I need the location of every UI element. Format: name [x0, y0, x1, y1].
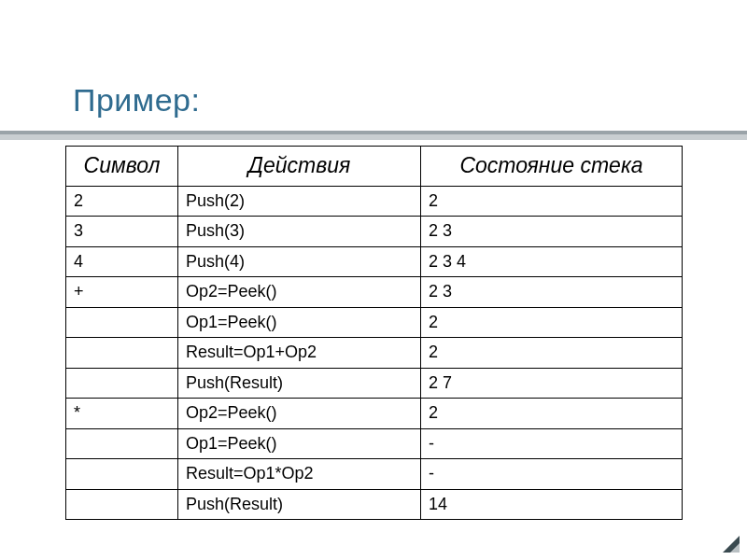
cell-symbol	[66, 428, 178, 459]
table-row: Result=Op1+Op22	[66, 338, 683, 369]
table-row: Op1=Peek()-	[66, 428, 683, 459]
cell-stack: 2	[421, 307, 683, 338]
cell-stack: -	[421, 459, 683, 490]
cell-action: Op2=Peek()	[178, 277, 421, 308]
table-header-row: Символ Действия Состояние стека	[66, 147, 683, 187]
cell-action: Push(Result)	[178, 368, 421, 399]
cell-stack: 14	[421, 489, 683, 520]
cell-symbol	[66, 368, 178, 399]
example-table-wrap: Символ Действия Состояние стека 2Push(2)…	[65, 146, 682, 520]
cell-symbol: +	[66, 277, 178, 308]
cell-symbol	[66, 489, 178, 520]
cell-stack: 2 3 4	[421, 246, 683, 277]
cell-stack: 2 7	[421, 368, 683, 399]
table-row: Push(Result)2 7	[66, 368, 683, 399]
cell-symbol	[66, 459, 178, 490]
cell-action: Op2=Peek()	[178, 399, 421, 429]
col-header-action: Действия	[178, 147, 421, 187]
cell-action: Result=Op1*Op2	[178, 459, 421, 490]
page-corner-fold-icon	[723, 536, 740, 553]
table-row: 2Push(2)2	[66, 186, 683, 217]
table-row: Op1=Peek()2	[66, 307, 683, 338]
cell-action: Op1=Peek()	[178, 307, 421, 338]
table-row: *Op2=Peek()2	[66, 399, 683, 429]
cell-action: Push(3)	[178, 217, 421, 247]
cell-stack: 2	[421, 186, 683, 217]
slide: Пример: Символ Действия Состояние стека …	[0, 0, 747, 560]
cell-action: Push(4)	[178, 246, 421, 277]
cell-stack: 2	[421, 338, 683, 369]
cell-stack: 2 3	[421, 277, 683, 308]
table-row: Result=Op1*Op2-	[66, 459, 683, 490]
cell-stack: -	[421, 428, 683, 459]
table-row: 3Push(3)2 3	[66, 217, 683, 247]
cell-symbol: *	[66, 399, 178, 429]
cell-symbol: 3	[66, 217, 178, 247]
cell-action: Push(2)	[178, 186, 421, 217]
cell-action: Op1=Peek()	[178, 428, 421, 459]
table-row: +Op2=Peek()2 3	[66, 277, 683, 308]
col-header-symbol: Символ	[66, 147, 178, 187]
table-row: 4Push(4)2 3 4	[66, 246, 683, 277]
cell-action: Result=Op1+Op2	[178, 338, 421, 369]
cell-action: Push(Result)	[178, 489, 421, 520]
col-header-stack: Состояние стека	[421, 147, 683, 187]
table-row: Push(Result)14	[66, 489, 683, 520]
page-title: Пример:	[73, 82, 200, 119]
cell-symbol	[66, 338, 178, 369]
cell-stack: 2	[421, 399, 683, 429]
cell-symbol: 2	[66, 186, 178, 217]
cell-stack: 2 3	[421, 217, 683, 247]
cell-symbol: 4	[66, 246, 178, 277]
cell-symbol	[66, 307, 178, 338]
example-table: Символ Действия Состояние стека 2Push(2)…	[65, 146, 683, 520]
title-divider	[0, 131, 747, 140]
